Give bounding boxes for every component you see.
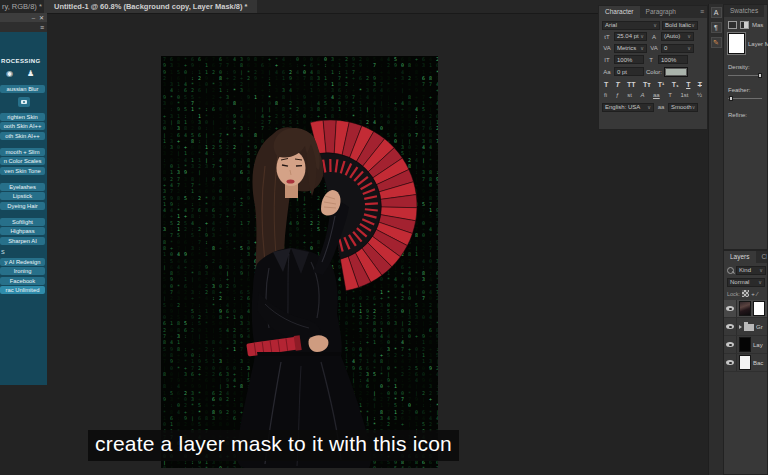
plugin-button[interactable]: Lipstick — [0, 192, 45, 200]
font-style-select[interactable]: Bold Italic∨ — [662, 21, 698, 30]
vertical-scale-field[interactable]: 100% — [614, 55, 644, 64]
close-icon[interactable]: ✕ — [39, 14, 44, 21]
text-format-toolbar: TTTTTтT¹T₁TT — [604, 81, 702, 89]
plugin-button[interactable]: Eyelashes — [0, 183, 45, 191]
plugin-button[interactable]: Dyeing Hair — [0, 202, 45, 210]
layer-name: Lay — [753, 342, 763, 348]
active-document-tab[interactable]: Untitled-1 @ 60.8% (Background copy, Lay… — [44, 0, 257, 13]
plugin-button[interactable]: y AI Redesign — [0, 258, 45, 266]
layer-mask-label: Layer Ma — [748, 41, 768, 47]
layer-thumbnail[interactable] — [739, 355, 751, 370]
tab-paragraph[interactable]: Paragraph — [640, 6, 682, 18]
plugin-section-label: S — [0, 246, 47, 256]
plugin-button[interactable]: oth Skin AI++ — [0, 132, 45, 140]
plugin-button[interactable]: ooth Skin AI++ — [0, 122, 45, 130]
vertical-scale-icon: IT — [602, 57, 612, 63]
layer-thumbnail[interactable] — [739, 301, 751, 316]
lock-image-icon[interactable]: ∕ — [757, 291, 758, 297]
format-icon-3[interactable]: Tт — [643, 81, 651, 89]
plugin-button[interactable]: righten Skin — [0, 113, 45, 121]
layer-row-0[interactable] — [724, 300, 767, 318]
lock-label: Lock: — [727, 291, 740, 297]
density-slider[interactable] — [728, 72, 762, 79]
tab-properties[interactable]: Pro — [764, 5, 767, 17]
tab-character[interactable]: Character — [599, 6, 640, 18]
opentype-icon-4[interactable]: aa — [653, 92, 660, 99]
text-color-swatch[interactable] — [664, 67, 688, 77]
camera-button[interactable] — [18, 97, 30, 107]
character-panel: Character Paragraph ≡ Arial∨ Bold Italic… — [598, 5, 708, 130]
format-icon-1[interactable]: T — [616, 81, 620, 89]
vector-mask-icon[interactable] — [740, 21, 749, 29]
background-document-tab[interactable]: ry, RGB/8) * — [2, 2, 42, 11]
baseline-shift-field[interactable]: 0 pt — [614, 67, 644, 76]
plugin-button[interactable]: rac Unlimited — [0, 286, 45, 294]
opentype-icon-7[interactable]: ½ — [697, 92, 702, 99]
plugin-button[interactable]: mooth + Slim — [0, 148, 45, 156]
menu-icon[interactable]: ≡ — [40, 24, 44, 31]
visibility-eye-icon[interactable] — [726, 306, 734, 311]
tab-layers[interactable]: Layers — [724, 251, 756, 263]
minimize-icon[interactable]: – — [32, 15, 35, 21]
plugin-button[interactable]: aussian Blur — [0, 85, 45, 93]
layer-filter-select[interactable]: Kind∨ — [736, 266, 766, 275]
character-panel-icon[interactable]: A — [711, 7, 722, 18]
user-icon[interactable]: ♟ — [27, 69, 34, 78]
paragraph-panel-icon[interactable]: ¶ — [711, 22, 722, 33]
horizontal-scale-field[interactable]: 100% — [658, 55, 688, 64]
plugin-section-header: ROCESSING — [0, 56, 47, 66]
retouch-plugin-panel: – ✕ ≡ ROCESSING◉♟aussian Blurrighten Ski… — [0, 13, 47, 385]
anti-alias-select[interactable]: Smooth∨ — [668, 103, 698, 112]
plugin-button[interactable]: Highpass — [0, 227, 45, 235]
opentype-icon-3[interactable]: A — [641, 92, 645, 99]
opentype-icon-6[interactable]: 1st — [680, 92, 688, 99]
format-icon-5[interactable]: T₁ — [672, 81, 679, 89]
pixel-mask-icon[interactable] — [728, 21, 737, 29]
panel-menu-icon[interactable]: ≡ — [700, 6, 707, 18]
layer-row-3[interactable]: Bac — [724, 354, 767, 372]
tracking-select[interactable]: 0∨ — [661, 44, 694, 53]
kerning-select[interactable]: Metrics∨ — [614, 44, 647, 53]
visibility-eye-icon[interactable] — [726, 324, 734, 329]
opentype-icon-0[interactable]: fi — [604, 92, 607, 99]
opentype-icon-5[interactable]: T — [668, 92, 672, 99]
tab-channels[interactable]: Cha — [756, 251, 767, 263]
opentype-icon-1[interactable]: ƒ — [616, 92, 619, 99]
layer-thumbnail[interactable] — [739, 337, 751, 352]
visibility-eye-icon[interactable] — [726, 360, 734, 365]
feather-slider[interactable] — [728, 95, 762, 102]
format-icon-7[interactable]: T — [698, 81, 702, 89]
plugin-button[interactable]: Softlight — [0, 218, 45, 226]
layer-mask-thumbnail[interactable] — [728, 33, 745, 54]
document-canvas[interactable]: 79923|93*+30|193:789+351462388811|+504|5… — [161, 56, 438, 468]
plugin-button[interactable]: Sharpen AI — [0, 237, 45, 245]
font-family-select[interactable]: Arial∨ — [602, 21, 660, 30]
anti-alias-icon: aa — [656, 104, 666, 110]
format-icon-4[interactable]: T¹ — [658, 81, 665, 89]
layer-row-1[interactable]: Gr — [724, 318, 767, 336]
layer-mask-thumbnail[interactable] — [753, 301, 765, 316]
layer-row-2[interactable]: Lay — [724, 336, 767, 354]
tab-swatches[interactable]: Swatches — [724, 5, 764, 17]
language-select[interactable]: English: USA∨ — [602, 103, 654, 112]
format-icon-0[interactable]: T — [604, 81, 608, 89]
blend-mode-select[interactable]: Normal∨ — [727, 278, 765, 287]
character-panel-tabs: Character Paragraph ≡ — [599, 6, 707, 18]
lock-transparency-icon[interactable] — [742, 290, 749, 297]
font-size-select[interactable]: 25.04 pt∨ — [614, 32, 647, 41]
visibility-eye-icon[interactable] — [726, 342, 734, 347]
group-expand-icon[interactable] — [739, 325, 742, 329]
format-icon-2[interactable]: TT — [627, 81, 636, 89]
color-wheel-icon[interactable]: ◉ — [6, 69, 13, 78]
plugin-button[interactable]: ven Skin Tone — [0, 167, 45, 175]
format-icon-6[interactable]: T — [686, 81, 690, 89]
filter-search-icon — [727, 267, 734, 274]
plugin-button[interactable]: Ironing — [0, 267, 45, 275]
plugin-button[interactable]: Facebook — [0, 277, 45, 285]
paragraph-styles-panel-icon[interactable]: ✎ — [711, 37, 722, 48]
lock-position-icon[interactable]: + — [751, 291, 755, 297]
opentype-icon-2[interactable]: st — [627, 92, 632, 99]
plugin-button[interactable]: n Color Scales — [0, 157, 45, 165]
leading-select[interactable]: (Auto)∨ — [661, 32, 694, 41]
plugin-toolbar: ◉♟ — [0, 66, 47, 83]
